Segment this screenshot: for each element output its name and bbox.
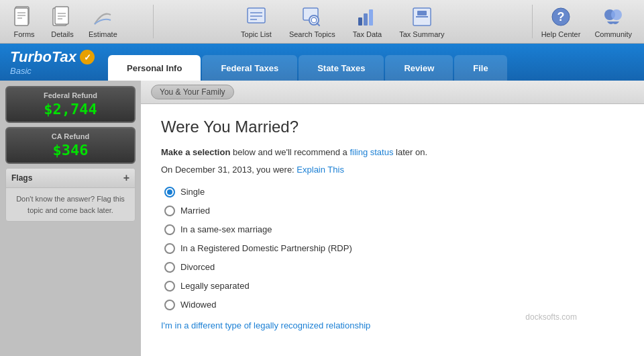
- estimate-icon: [91, 5, 115, 29]
- tab-federal-taxes[interactable]: Federal Taxes: [202, 55, 297, 81]
- explain-this-link[interactable]: Explain This: [297, 165, 344, 175]
- radio-circle-single[interactable]: [164, 187, 175, 197]
- radio-inner-single: [167, 189, 172, 195]
- sidebar: Federal Refund $2,744 CA Refund $346 Fla…: [0, 81, 141, 356]
- content-body: Were You Married? Make a selection below…: [141, 104, 644, 344]
- topic-list-icon: [244, 5, 268, 29]
- radio-label-divorced: Divorced: [180, 262, 215, 272]
- svg-rect-1: [15, 8, 28, 26]
- flags-add-button[interactable]: +: [123, 172, 129, 184]
- date-line: On December 31, 2013, you were: Explain …: [161, 165, 624, 175]
- svg-text:?: ?: [557, 10, 565, 24]
- toolbar-topic-list-button[interactable]: Topic List: [235, 1, 277, 42]
- svg-rect-10: [248, 8, 265, 23]
- main-area: Federal Refund $2,744 CA Refund $346 Fla…: [0, 81, 644, 356]
- estimate-label: Estimate: [89, 30, 117, 38]
- search-topics-label: Search Topics: [289, 30, 335, 38]
- radio-label-widowed: Widowed: [180, 300, 216, 310]
- tab-review[interactable]: Review: [385, 55, 453, 81]
- different-relationship-link[interactable]: I'm in a different type of legally recog…: [161, 320, 624, 330]
- details-icon: [50, 5, 74, 29]
- svg-point-27: [611, 9, 622, 20]
- radio-label-same-sex: In a same-sex marriage: [180, 224, 272, 234]
- radio-circle-widowed[interactable]: [164, 300, 175, 310]
- federal-refund-box: Federal Refund $2,744: [5, 86, 136, 123]
- radio-label-married: Married: [180, 206, 210, 216]
- tab-file[interactable]: File: [454, 55, 506, 81]
- radio-circle-rdp[interactable]: [164, 243, 175, 254]
- toolbar-estimate-button[interactable]: Estimate: [83, 1, 123, 42]
- tab-state-taxes[interactable]: State Taxes: [299, 55, 384, 81]
- toolbar-forms-button[interactable]: Forms: [7, 1, 42, 42]
- toolbar-tax-summary-button[interactable]: Tax Summary: [394, 1, 449, 42]
- tax-data-label: Tax Data: [353, 30, 382, 38]
- radio-circle-married[interactable]: [164, 206, 175, 216]
- community-label: Community: [594, 30, 632, 38]
- help-center-icon: ?: [549, 5, 573, 29]
- breadcrumb-bar: You & Your Family: [141, 81, 644, 104]
- radio-married[interactable]: Married: [164, 206, 624, 216]
- flags-body: Don't know the answer? Flag this topic a…: [6, 188, 135, 221]
- radio-widowed[interactable]: Widowed: [164, 300, 624, 310]
- toolbar-community-button[interactable]: Community: [589, 1, 637, 42]
- logo-check-icon: ✓: [80, 50, 95, 64]
- svg-line-17: [317, 24, 320, 26]
- tax-summary-label: Tax Summary: [399, 30, 444, 38]
- toolbar-left: Forms Details Est: [7, 1, 123, 42]
- svg-rect-19: [364, 13, 368, 26]
- radio-circle-divorced[interactable]: [164, 262, 175, 273]
- federal-refund-label: Federal Refund: [12, 91, 129, 99]
- svg-rect-20: [369, 9, 373, 26]
- topic-list-label: Topic List: [241, 30, 272, 38]
- flags-section: Flags + Don't know the answer? Flag this…: [5, 168, 136, 222]
- toolbar-center: Topic List Search Topics: [157, 1, 529, 42]
- radio-circle-same-sex[interactable]: [164, 224, 175, 235]
- ca-refund-amount: $346: [12, 142, 129, 159]
- radio-divorced[interactable]: Divorced: [164, 262, 624, 273]
- details-label: Details: [51, 30, 74, 38]
- svg-rect-18: [358, 17, 362, 26]
- tab-personal-info[interactable]: Personal Info: [108, 55, 201, 81]
- logo-text: TurboTax: [10, 48, 76, 66]
- content-area: You & Your Family Were You Married? Make…: [141, 81, 644, 356]
- toolbar-search-topics-button[interactable]: Search Topics: [284, 1, 341, 42]
- radio-single[interactable]: Single: [164, 187, 624, 197]
- flags-header: Flags +: [6, 169, 135, 188]
- radio-separated[interactable]: Legally separated: [164, 281, 624, 292]
- radio-rdp[interactable]: In a Registered Domestic Partnership (RD…: [164, 243, 624, 254]
- forms-label: Forms: [13, 30, 34, 38]
- forms-icon: [12, 5, 36, 29]
- nav-tabs: Personal Info Federal Taxes State Taxes …: [108, 44, 634, 81]
- instruction-bold: Make a selection: [161, 147, 230, 157]
- radio-same-sex[interactable]: In a same-sex marriage: [164, 224, 624, 235]
- tax-summary-icon: [410, 5, 434, 29]
- radio-label-rdp: In a Registered Domestic Partnership (RD…: [180, 243, 352, 253]
- toolbar-help-center-button[interactable]: ? Help Center: [536, 1, 586, 42]
- radio-label-single: Single: [180, 187, 205, 197]
- toolbar: Forms Details Est: [0, 0, 644, 44]
- radio-circle-separated[interactable]: [164, 281, 175, 292]
- radio-group: Single Married In a same-sex marriage In…: [164, 187, 624, 310]
- page-title: Were You Married?: [161, 118, 624, 136]
- toolbar-tax-data-button[interactable]: Tax Data: [347, 1, 387, 42]
- search-topics-icon: [300, 5, 324, 29]
- federal-refund-amount: $2,744: [12, 101, 129, 118]
- flags-title: Flags: [11, 173, 32, 183]
- community-icon: [601, 5, 625, 29]
- radio-label-separated: Legally separated: [180, 281, 250, 291]
- toolbar-separator2: [532, 5, 533, 38]
- svg-rect-6: [55, 7, 68, 24]
- tax-data-icon: [355, 5, 379, 29]
- ca-refund-label: CA Refund: [12, 132, 129, 140]
- ca-refund-box: CA Refund $346: [5, 127, 136, 164]
- turbotax-logo: TurboTax ✓ Basic: [10, 48, 95, 76]
- toolbar-details-button[interactable]: Details: [45, 1, 80, 42]
- breadcrumb: You & Your Family: [151, 85, 234, 99]
- app-header: TurboTax ✓ Basic Personal Info Federal T…: [0, 44, 644, 81]
- toolbar-right: ? Help Center Community: [536, 1, 637, 42]
- logo-edition: Basic: [10, 66, 95, 76]
- svg-rect-23: [417, 11, 427, 15]
- toolbar-separator: [153, 5, 154, 38]
- filing-status-link[interactable]: filing status: [350, 147, 393, 157]
- instruction-text: Make a selection below and we'll recomme…: [161, 146, 624, 159]
